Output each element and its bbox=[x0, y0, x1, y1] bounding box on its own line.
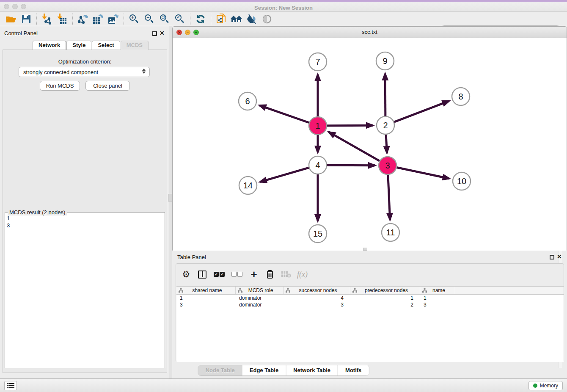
window-title: Session: New Session bbox=[0, 3, 567, 13]
app-window: Session: New Session + − ▢ ✓ bbox=[0, 0, 567, 392]
deselect-all-columns-icon[interactable] bbox=[231, 269, 243, 280]
table-row[interactable]: 1dominator411 bbox=[176, 295, 564, 301]
control-panel-float-icon[interactable] bbox=[152, 31, 157, 36]
table-cell[interactable]: 2 bbox=[350, 301, 420, 308]
node-label-3: 3 bbox=[385, 161, 390, 170]
show-columns-icon[interactable] bbox=[197, 269, 207, 280]
zoom-out-icon[interactable]: − bbox=[142, 13, 157, 25]
control-panel-title: Control Panel bbox=[4, 30, 38, 36]
delete-table-icon bbox=[281, 269, 291, 280]
criterion-value: strongly connected component bbox=[23, 69, 98, 75]
delete-column-trash-icon[interactable] bbox=[265, 269, 275, 280]
toolbar-separator bbox=[72, 14, 73, 25]
memory-label: Memory bbox=[540, 383, 558, 389]
table-panel-tabs: Node TableEdge TableNetwork TableMotifs bbox=[198, 365, 369, 376]
edge-4-14[interactable] bbox=[260, 168, 309, 182]
copy-network-icon[interactable] bbox=[214, 13, 229, 25]
control-panel-tab-mcds[interactable]: MCDS bbox=[121, 41, 149, 50]
table-cell[interactable]: dominator bbox=[236, 295, 284, 301]
node-label-4: 4 bbox=[315, 160, 320, 170]
edge-2-3[interactable] bbox=[386, 135, 387, 153]
column-header-shared-name[interactable]: shared name bbox=[176, 287, 236, 294]
tab-motifs[interactable]: Motifs bbox=[338, 365, 369, 375]
eye-icon[interactable] bbox=[259, 13, 275, 25]
tab-edge-table[interactable]: Edge Table bbox=[242, 365, 286, 375]
status-bar: Memory bbox=[0, 378, 567, 392]
tab-node-table[interactable]: Node Table bbox=[198, 365, 242, 375]
node-label-7: 7 bbox=[315, 57, 320, 66]
table-row[interactable]: 3dominator323 bbox=[176, 301, 564, 308]
network-window-titlebar[interactable]: scc.txt bbox=[173, 27, 567, 38]
edge-2-8[interactable] bbox=[394, 101, 449, 122]
export-network-icon[interactable] bbox=[75, 13, 91, 25]
titlebar[interactable]: Session: New Session bbox=[0, 2, 567, 12]
refresh-layout-icon[interactable] bbox=[193, 13, 208, 25]
table-panel-float-icon[interactable] bbox=[550, 255, 554, 259]
mcds-result-lines: 1 3 bbox=[7, 215, 10, 229]
edge-3-1[interactable] bbox=[329, 132, 380, 161]
network-graph[interactable]: 7968124314101511 bbox=[173, 38, 567, 251]
node-table[interactable]: shared nameMCDS rolesuccessor nodesprede… bbox=[176, 286, 564, 362]
table-cell[interactable]: 3 bbox=[420, 301, 455, 308]
save-session-icon[interactable] bbox=[19, 13, 34, 25]
node-label-15: 15 bbox=[313, 229, 322, 238]
function-builder-icon: f(x) bbox=[297, 269, 308, 280]
task-history-button[interactable] bbox=[4, 381, 17, 390]
home-layout-icon[interactable] bbox=[229, 13, 244, 25]
control-panel-tab-network[interactable]: Network bbox=[33, 41, 66, 50]
import-network-icon[interactable] bbox=[39, 13, 55, 25]
table-cell[interactable]: 3 bbox=[284, 301, 350, 308]
column-header-predecessor-nodes[interactable]: predecessor nodes bbox=[350, 287, 420, 294]
memory-button[interactable]: Memory bbox=[528, 381, 563, 390]
zoom-selected-icon[interactable]: ✓ bbox=[172, 13, 187, 25]
control-panel-tab-select[interactable]: Select bbox=[92, 41, 120, 50]
edge-2-9[interactable] bbox=[385, 74, 385, 116]
select-all-columns-icon[interactable] bbox=[213, 269, 225, 280]
edge-4-3[interactable] bbox=[327, 165, 375, 166]
network-window-title: scc.txt bbox=[173, 27, 567, 38]
horizontal-splitter-grip[interactable] bbox=[363, 248, 367, 251]
close-panel-button[interactable]: Close panel bbox=[85, 81, 130, 91]
table-cell[interactable]: 1 bbox=[350, 295, 420, 301]
main-toolbar: + − ▢ ✓ bbox=[0, 12, 567, 26]
table-panel-close-icon[interactable]: ✕ bbox=[557, 253, 562, 260]
table-cell[interactable]: 1 bbox=[176, 295, 236, 301]
node-label-8: 8 bbox=[458, 92, 463, 101]
edge-1-2[interactable] bbox=[327, 125, 373, 126]
column-header-name[interactable]: name bbox=[420, 287, 455, 294]
edge-1-6[interactable] bbox=[259, 105, 309, 123]
table-cell[interactable]: 4 bbox=[284, 295, 350, 301]
network-view-window: scc.txt 7968124314101511 bbox=[172, 26, 567, 251]
export-image-icon[interactable] bbox=[106, 13, 121, 25]
control-panel-close-icon[interactable]: ✕ bbox=[160, 30, 165, 36]
node-label-10: 10 bbox=[457, 177, 466, 186]
table-settings-gear-icon[interactable]: ⚙ bbox=[181, 269, 191, 280]
vertical-splitter[interactable] bbox=[169, 26, 172, 378]
table-cell[interactable]: dominator bbox=[236, 301, 284, 308]
toolbar-separator bbox=[124, 14, 124, 25]
tab-network-table[interactable]: Network Table bbox=[286, 365, 338, 375]
node-label-11: 11 bbox=[386, 228, 395, 237]
toolbar-separator bbox=[211, 14, 211, 25]
edge-3-11[interactable] bbox=[388, 175, 390, 220]
zoom-fit-icon[interactable]: ▢ bbox=[157, 13, 172, 25]
table-cell[interactable]: 3 bbox=[176, 301, 236, 308]
edge-3-10[interactable] bbox=[397, 168, 449, 179]
zoom-in-icon[interactable]: + bbox=[127, 13, 142, 25]
export-table-icon[interactable] bbox=[91, 13, 106, 25]
add-column-icon[interactable]: + bbox=[249, 269, 259, 280]
mcds-result-box bbox=[5, 212, 165, 368]
column-header-successor-nodes[interactable]: successor nodes bbox=[284, 287, 350, 294]
network-canvas[interactable]: 7968124314101511 bbox=[173, 38, 567, 251]
criterion-dropdown[interactable]: strongly connected component bbox=[19, 67, 150, 77]
table-toolbar: ⚙ + f(x) bbox=[176, 264, 564, 285]
column-header-MCDS-role[interactable]: MCDS role bbox=[236, 287, 284, 294]
control-panel-tab-style[interactable]: Style bbox=[66, 41, 91, 50]
table-cell[interactable]: 1 bbox=[420, 295, 455, 301]
show-graphics-details-icon[interactable] bbox=[244, 13, 259, 25]
run-mcds-button[interactable]: Run MCDS bbox=[40, 81, 80, 91]
optimization-criterion-label: Optimization criterion: bbox=[3, 58, 167, 65]
import-table-icon[interactable] bbox=[55, 13, 70, 25]
toolbar-separator bbox=[36, 14, 37, 25]
open-session-icon[interactable] bbox=[3, 13, 19, 25]
